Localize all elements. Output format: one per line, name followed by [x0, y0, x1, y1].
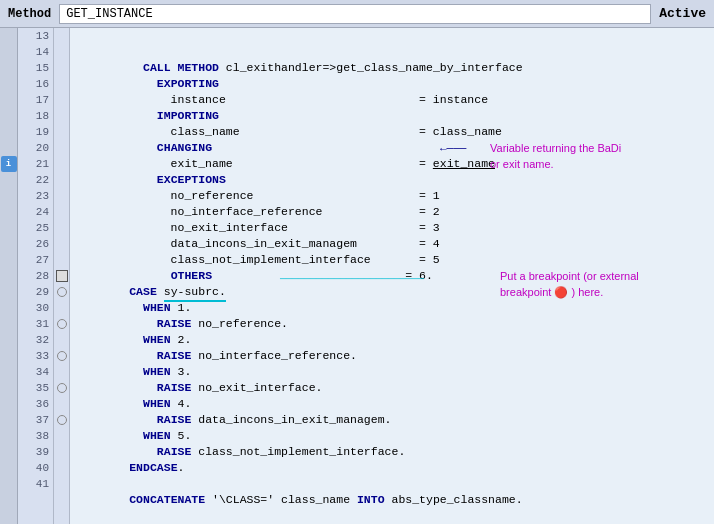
code-line-37: WHEN 5. — [70, 412, 714, 428]
breakpoint-column — [54, 28, 70, 524]
line-num: 20 — [18, 140, 49, 156]
code-line-33: WHEN 3. — [70, 348, 714, 364]
code-line-18: class_name = class_name — [70, 108, 714, 124]
line-num: 23 — [18, 188, 49, 204]
line-num: 15 — [18, 60, 49, 76]
line-num: 39 — [18, 444, 49, 460]
code-line-20: exit_name = exit_name ←─── Variable retu… — [70, 140, 714, 156]
line-num: 38 — [18, 428, 49, 444]
code-line-32: RAISE no_interface_reference. — [70, 332, 714, 348]
line-num: 25 — [18, 220, 49, 236]
code-line-29: WHEN 1. — [70, 284, 714, 300]
code-line-14: CALL METHOD cl_exithandler=>get_class_na… — [70, 44, 714, 60]
bp-cell-37[interactable] — [54, 412, 69, 428]
bp-cell-35[interactable] — [54, 380, 69, 396]
line-num: 36 — [18, 396, 49, 412]
line-num: 19 — [18, 124, 49, 140]
code-line-28: CASE sy-subrc. ──────────────────────── … — [70, 268, 714, 284]
code-line-41: CONCATENATE '\CLASS=' class_name INTO ab… — [70, 476, 714, 492]
code-line-26: class_not_implement_interface = 5 — [70, 236, 714, 252]
code-line-38: RAISE class_not_implement_interface. — [70, 428, 714, 444]
bp-cell-29[interactable] — [54, 284, 69, 300]
code-line-23: no_interface_reference = 2 — [70, 188, 714, 204]
bp-cell-34 — [54, 364, 69, 380]
line-num: 37 — [18, 412, 49, 428]
method-value: GET_INSTANCE — [59, 4, 651, 24]
line-num: 29 — [18, 284, 49, 300]
code-line-22: no_reference = 1 — [70, 172, 714, 188]
code-content: CALL METHOD cl_exithandler=>get_class_na… — [70, 28, 714, 524]
bp-empty — [54, 28, 69, 268]
bp-cell-30 — [54, 300, 69, 316]
bp-dot — [57, 351, 67, 361]
code-line-27: OTHERS = 6. — [70, 252, 714, 268]
code-line-16: instance = instance — [70, 76, 714, 92]
line-num: 41 — [18, 476, 49, 492]
bp-cell-36 — [54, 396, 69, 412]
bp-dot — [57, 287, 67, 297]
code-line-17: IMPORTING — [70, 92, 714, 108]
left-margin: i — [0, 28, 18, 524]
line-num: 18 — [18, 108, 49, 124]
line-num: 27 — [18, 252, 49, 268]
code-line-35: WHEN 4. — [70, 380, 714, 396]
code-line-34: RAISE no_exit_interface. — [70, 364, 714, 380]
bp-dot — [57, 383, 67, 393]
line-num: 33 — [18, 348, 49, 364]
line-num: 21 — [18, 156, 49, 172]
line-num: 16 — [18, 76, 49, 92]
bp-cell-33[interactable] — [54, 348, 69, 364]
code-line-30: RAISE no_reference. — [70, 300, 714, 316]
code-line-24: no_exit_interface = 3 — [70, 204, 714, 220]
bp-cell-31[interactable] — [54, 316, 69, 332]
kw-concatenate: CONCATENATE — [129, 493, 205, 506]
bp-cell-32 — [54, 332, 69, 348]
header-bar: Method GET_INSTANCE Active — [0, 0, 714, 28]
side-icon: i — [1, 156, 17, 172]
bp-dot — [57, 415, 67, 425]
line-num: 22 — [18, 172, 49, 188]
line-num: 17 — [18, 92, 49, 108]
code-area: i 13 14 15 16 17 18 19 20 21 22 23 24 25… — [0, 28, 714, 524]
line-num: 35 — [18, 380, 49, 396]
line-num: 26 — [18, 236, 49, 252]
arrow-exit: ←─── — [440, 141, 466, 157]
code-line-19: CHANGING — [70, 124, 714, 140]
breakpoint-box[interactable] — [56, 270, 68, 282]
line-num: 40 — [18, 460, 49, 476]
code-line-39: ENDCASE. — [70, 444, 714, 460]
line-num: 28 — [18, 268, 49, 284]
code-line-13 — [70, 28, 714, 44]
line-num: 31 — [18, 316, 49, 332]
bp-cell-39 — [54, 444, 69, 460]
bp-cell-38 — [54, 428, 69, 444]
code-line-21: EXCEPTIONS — [70, 156, 714, 172]
line-num: 30 — [18, 300, 49, 316]
bp-cell-40 — [54, 460, 69, 476]
code-line-36: RAISE data_incons_in_exit_managem. — [70, 396, 714, 412]
bp-cell-28[interactable] — [54, 268, 69, 284]
line-num: 34 — [18, 364, 49, 380]
code-line-25: data_incons_in_exit_managem = 4 — [70, 220, 714, 236]
line-numbers: 13 14 15 16 17 18 19 20 21 22 23 24 25 2… — [18, 28, 54, 524]
code-line-15: EXPORTING — [70, 60, 714, 76]
method-label: Method — [8, 7, 51, 21]
bp-cell-41 — [54, 476, 69, 492]
code-line-31: WHEN 2. — [70, 316, 714, 332]
active-status: Active — [659, 6, 706, 21]
line-num: 13 — [18, 28, 49, 44]
code-line-40 — [70, 460, 714, 476]
line-num: 32 — [18, 332, 49, 348]
bp-dot — [57, 319, 67, 329]
line-num: 24 — [18, 204, 49, 220]
line-num: 14 — [18, 44, 49, 60]
kw-into: INTO — [357, 493, 385, 506]
